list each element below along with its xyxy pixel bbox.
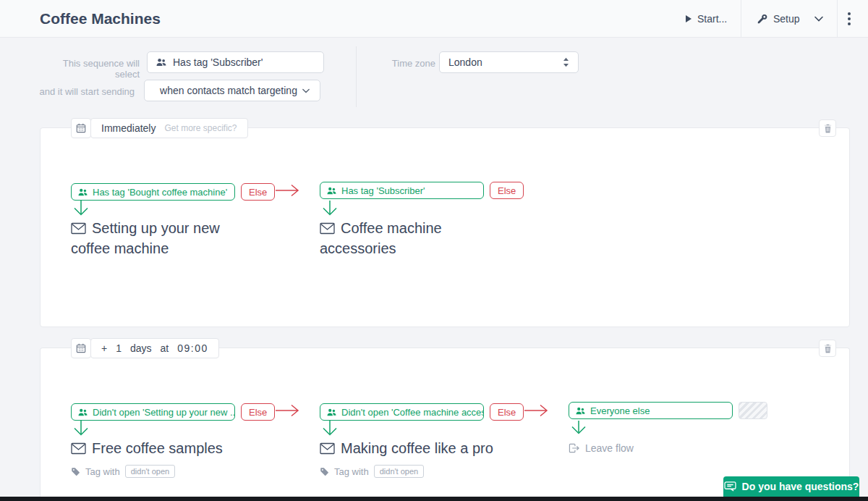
timing-time: 09:00 (177, 342, 208, 354)
timing-amount: 1 (116, 342, 122, 354)
step2-timing[interactable]: + 1 days at 09:00 (71, 338, 219, 358)
condition-label: Everyone else (590, 405, 650, 416)
chevron-down-icon (814, 16, 823, 22)
targeting-value: Has tag 'Subscriber' (173, 56, 263, 68)
trash-icon (824, 124, 832, 133)
no-else-placeholder (739, 402, 767, 419)
setup-button[interactable]: Setup (757, 0, 800, 38)
else-pill[interactable]: Else (241, 403, 275, 421)
branch-didnt-open-accessories: Didn't open 'Coffee machine acces... Els… (320, 402, 549, 422)
branch-subscriber: Has tag 'Subscriber' Else Coffee machine… (320, 182, 524, 199)
leave-flow-icon (569, 443, 579, 453)
envelope-icon (71, 442, 86, 455)
tag-icon (71, 467, 80, 476)
users-icon (78, 408, 88, 416)
condition-label: Has tag 'Bought coffee machine' (93, 187, 227, 198)
calendar-icon (71, 118, 91, 138)
timezone-select[interactable]: London (439, 51, 579, 73)
chat-widget-label: Do you have questions? (742, 481, 859, 492)
step1-timing[interactable]: Immediately Get more specific? (71, 118, 248, 138)
get-more-specific-link[interactable]: Get more specific? (164, 123, 237, 133)
email-title[interactable]: Free coffee samples (71, 438, 223, 458)
else-pill[interactable]: Else (241, 183, 275, 201)
condition-label: Didn't open 'Setting up your new ... (93, 407, 235, 418)
select-stepper-icon (563, 57, 569, 67)
else-arrow-right (524, 402, 549, 422)
users-icon (78, 188, 88, 196)
chevron-down-icon (302, 88, 310, 93)
else-label: Else (498, 185, 516, 196)
sending-select[interactable]: when contacts match targeting (144, 80, 320, 101)
users-icon (327, 187, 336, 195)
tag-action: Tag with didn't open (71, 465, 175, 478)
email-title[interactable]: Making coffee like a pro (320, 438, 493, 458)
tag-with-label: Tag with (334, 466, 369, 477)
condition-pill[interactable]: Everyone else (569, 402, 733, 419)
email-title[interactable]: Setting up your new coffee machine (71, 218, 248, 258)
step-card-2: + 1 days at 09:00 Didn't open 'Setting u… (40, 348, 850, 497)
header-divider (741, 0, 741, 38)
leave-flow: Leave flow (569, 442, 634, 454)
page-title: Coffee Machines (40, 0, 161, 38)
tag-with-label: Tag with (85, 466, 120, 477)
condition-pill[interactable]: Has tag 'Bought coffee machine' (71, 183, 235, 201)
users-icon (327, 408, 336, 416)
timezone-label: Time zone (376, 58, 435, 69)
leave-flow-label: Leave flow (585, 442, 634, 454)
else-pill[interactable]: Else (490, 403, 524, 421)
delete-step1-button[interactable] (819, 119, 836, 137)
users-icon (576, 407, 585, 415)
timing-main: Immediately (101, 122, 156, 134)
tag-action: Tag with didn't open (320, 465, 424, 478)
branch-didnt-open-setting-up: Didn't open 'Setting up your new ... Els… (71, 402, 300, 422)
setup-caret-button[interactable] (814, 0, 823, 38)
step-card-1: Immediately Get more specific? Has tag '… (40, 127, 850, 327)
start-button[interactable]: Start... (686, 0, 727, 38)
condition-label: Has tag 'Subscriber' (341, 185, 425, 196)
flow-down-arrow (570, 421, 587, 442)
envelope-icon (320, 442, 335, 455)
condition-label: Didn't open 'Coffee machine acces... (341, 407, 484, 418)
targeting-input[interactable]: Has tag 'Subscriber' (147, 51, 324, 73)
email-title[interactable]: Coffee machine accessories (320, 218, 497, 258)
users-icon (156, 58, 166, 67)
delete-step2-button[interactable] (819, 340, 836, 357)
calendar-icon (71, 338, 91, 358)
sequence-editor-screen: Coffee Machines Start... Setup This sequ… (0, 0, 868, 501)
header: Coffee Machines Start... Setup (0, 0, 868, 38)
envelope-icon (71, 222, 86, 235)
screen-bottom-bar (0, 497, 868, 501)
trash-icon (824, 344, 832, 353)
timing-unit: days (130, 342, 152, 354)
condition-pill[interactable]: Didn't open 'Coffee machine acces... (320, 403, 484, 421)
timing-prefix: + (101, 342, 107, 354)
else-arrow-right (276, 182, 300, 202)
setup-button-label: Setup (773, 13, 800, 25)
chat-widget-button[interactable]: Do you have questions? (723, 476, 859, 497)
start-button-label: Start... (697, 13, 727, 25)
envelope-icon (320, 222, 335, 235)
header-divider (837, 0, 838, 38)
overflow-menu-icon (848, 12, 851, 25)
sending-label: and it will start sending (33, 86, 135, 97)
timing-at: at (161, 342, 169, 354)
else-label: Else (498, 407, 516, 418)
tag-icon (320, 467, 329, 476)
condition-pill[interactable]: Didn't open 'Setting up your new ... (71, 403, 235, 421)
else-label: Else (249, 187, 267, 198)
condition-pill[interactable]: Has tag 'Subscriber' (320, 182, 484, 199)
overflow-menu-button[interactable] (848, 0, 851, 38)
branch-everyone-else: Everyone else Leave flow (569, 402, 767, 419)
else-label: Else (249, 407, 267, 418)
else-pill[interactable]: Else (490, 182, 524, 199)
targeting-label: This sequence will select (36, 58, 140, 80)
setup-wrench-icon (757, 14, 767, 25)
settings-divider (356, 46, 357, 107)
play-icon (686, 15, 692, 22)
chat-bubble-icon (724, 481, 736, 492)
tag-value-badge[interactable]: didn't open (374, 465, 424, 478)
else-arrow-right (276, 402, 300, 422)
sending-value: when contacts match targeting (160, 85, 297, 96)
tag-value-badge[interactable]: didn't open (125, 465, 175, 478)
branch-bought-coffee-machine: Has tag 'Bought coffee machine' Else Set… (71, 182, 300, 202)
